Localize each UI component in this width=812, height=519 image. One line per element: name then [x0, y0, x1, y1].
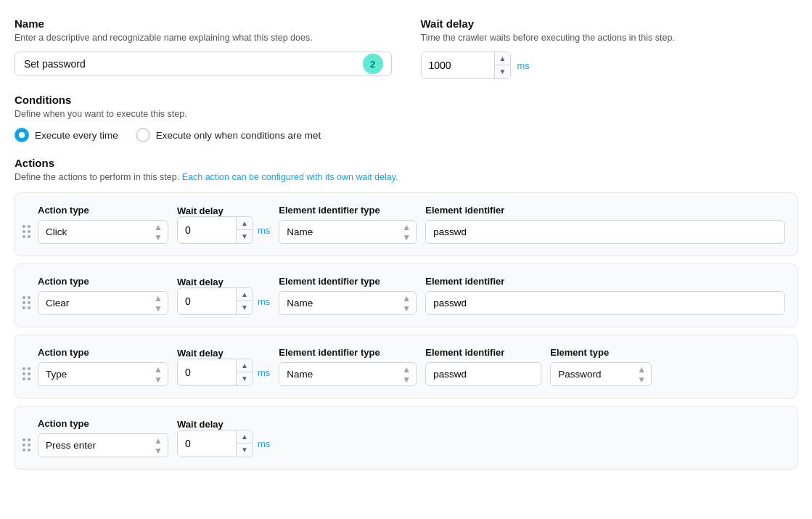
action-wait-label-2: Wait delay: [177, 348, 270, 359]
element-id-type-group-0: Element identifier type Name ID CSS XPat…: [279, 205, 417, 244]
conditions-title: Conditions: [15, 94, 797, 106]
action-type-select-1[interactable]: Click Clear Type Press enter: [38, 291, 168, 315]
action-type-group-3: Action type Click Clear Type Press enter…: [38, 418, 168, 457]
element-id-type-select-2[interactable]: Name ID: [279, 362, 417, 386]
execute-every-time-option[interactable]: Execute every time: [15, 128, 118, 142]
action-type-select-2[interactable]: Click Clear Type Press enter: [38, 362, 168, 386]
action-wait-unit-3: ms: [258, 438, 270, 449]
action-wait-down-1[interactable]: ▼: [237, 301, 253, 314]
action-wait-group-2: Wait delay ▲ ▼ ms: [177, 348, 270, 386]
action-wait-label-3: Wait delay: [177, 419, 270, 430]
drag-handle-1[interactable]: [22, 276, 30, 309]
element-id-label-2: Element identifier: [425, 347, 541, 358]
action-wait-up-1[interactable]: ▲: [237, 288, 253, 301]
name-title: Name: [15, 17, 392, 30]
action-wait-spinner-3: ▲ ▼: [177, 430, 253, 457]
action-card-3: Action type Click Clear Type Press enter…: [15, 406, 797, 470]
element-id-type-select-1[interactable]: Name ID: [279, 291, 417, 315]
action-wait-input-3[interactable]: [178, 432, 236, 455]
conditions-section: Conditions Define when you want to execu…: [15, 94, 797, 142]
wait-delay-row: ▲ ▼ ms: [421, 52, 798, 79]
element-id-type-label-1: Element identifier type: [279, 276, 417, 287]
element-id-group-2: Element identifier: [425, 347, 541, 386]
conditions-desc: Define when you want to execute this ste…: [15, 109, 797, 119]
wait-delay-spinner: ▲ ▼: [421, 52, 512, 79]
action-wait-down-3[interactable]: ▼: [237, 444, 253, 457]
wait-delay-title: Wait delay: [421, 17, 798, 30]
element-type-label-2: Element type: [550, 347, 652, 358]
element-id-label-0: Element identifier: [425, 205, 785, 216]
element-id-input-2[interactable]: [425, 362, 541, 386]
action-fields-0: Action type Click Clear Type Press enter…: [38, 205, 785, 244]
action-type-label-2: Action type: [38, 347, 168, 358]
action-wait-up-0[interactable]: ▲: [237, 217, 253, 230]
wait-delay-input[interactable]: [422, 54, 494, 77]
element-id-group-1: Element identifier: [425, 276, 785, 315]
action-wait-unit-2: ms: [258, 367, 270, 378]
action-card-2: Action type Click Clear Type Press enter…: [15, 335, 797, 399]
action-wait-spinner-2: ▲ ▼: [177, 359, 253, 386]
execute-conditions-radio[interactable]: [136, 128, 150, 142]
actions-title: Actions: [15, 157, 797, 169]
execute-conditions-label: Execute only when conditions are met: [156, 130, 321, 141]
wait-delay-spinner-buttons: ▲ ▼: [494, 52, 511, 78]
action-fields-3: Action type Click Clear Type Press enter…: [38, 418, 785, 457]
action-card-1: Action type Click Clear Type Press enter…: [15, 263, 797, 327]
element-type-select-2[interactable]: Password Text: [550, 362, 652, 386]
wait-delay-unit: ms: [517, 60, 529, 71]
wait-delay-up[interactable]: ▲: [495, 52, 511, 65]
actions-desc: Define the actions to perform in this st…: [15, 172, 797, 182]
wait-delay-desc: Time the crawler waits before executing …: [421, 33, 798, 43]
drag-handle-0[interactable]: [22, 205, 30, 238]
action-wait-unit-0: ms: [258, 225, 270, 236]
execute-conditions-option[interactable]: Execute only when conditions are met: [136, 128, 321, 142]
action-wait-spinner-0: ▲ ▼: [177, 216, 253, 244]
action-wait-down-2[interactable]: ▼: [237, 372, 253, 385]
action-type-group-0: Action type Click Clear Type Press enter…: [38, 205, 168, 244]
action-wait-up-3[interactable]: ▲: [237, 430, 253, 444]
step-badge: 2: [363, 54, 383, 74]
action-wait-unit-1: ms: [258, 296, 270, 307]
action-wait-input-2[interactable]: [178, 361, 236, 384]
action-wait-up-2[interactable]: ▲: [237, 359, 253, 372]
actions-desc-suffix: Each action can be configured with its o…: [182, 172, 398, 182]
element-id-input-1[interactable]: [425, 291, 785, 315]
action-type-group-2: Action type Click Clear Type Press enter…: [38, 347, 168, 386]
name-input-wrapper: 2: [15, 52, 392, 76]
action-wait-group-1: Wait delay ▲ ▼ ms: [177, 277, 270, 315]
element-id-type-label-2: Element identifier type: [279, 347, 417, 358]
action-type-select-wrapper-0: Click Clear Type Press enter ▲▼: [38, 220, 168, 244]
action-wait-group-0: Wait delay ▲ ▼ ms: [177, 205, 270, 244]
action-type-select-3[interactable]: Click Clear Type Press enter: [38, 433, 168, 457]
name-desc: Enter a descriptive and recognizable nam…: [15, 33, 392, 43]
action-type-select-0[interactable]: Click Clear Type Press enter: [38, 220, 168, 244]
execute-every-time-radio[interactable]: [15, 128, 29, 142]
action-wait-down-0[interactable]: ▼: [237, 230, 253, 243]
conditions-radio-group: Execute every time Execute only when con…: [15, 128, 797, 142]
action-fields-2: Action type Click Clear Type Press enter…: [38, 347, 785, 386]
actions-desc-plain: Define the actions to perform in this st…: [15, 172, 179, 182]
drag-handle-2[interactable]: [22, 347, 30, 380]
action-fields-1: Action type Click Clear Type Press enter…: [38, 276, 785, 315]
action-wait-input-1[interactable]: [178, 290, 236, 313]
name-input[interactable]: [15, 52, 392, 76]
actions-section: Actions Define the actions to perform in…: [15, 157, 797, 470]
action-wait-label-1: Wait delay: [177, 277, 270, 287]
action-type-label-3: Action type: [38, 418, 168, 429]
action-type-label-1: Action type: [38, 276, 168, 287]
element-id-type-group-2: Element identifier type Name ID ▲▼: [279, 347, 417, 386]
action-wait-spinner-1: ▲ ▼: [177, 287, 253, 315]
action-card-0: Action type Click Clear Type Press enter…: [15, 192, 797, 256]
element-id-label-1: Element identifier: [425, 276, 785, 287]
action-type-group-1: Action type Click Clear Type Press enter…: [38, 276, 168, 315]
action-wait-input-0[interactable]: [178, 218, 236, 242]
element-id-group-0: Element identifier: [425, 205, 785, 244]
element-id-input-0[interactable]: [425, 220, 785, 244]
wait-delay-down[interactable]: ▼: [495, 65, 511, 78]
drag-handle-3[interactable]: [22, 418, 30, 451]
element-id-type-select-0[interactable]: Name ID CSS XPath: [279, 220, 417, 244]
action-wait-group-3: Wait delay ▲ ▼ ms: [177, 419, 270, 457]
element-type-group-2: Element type Password Text ▲▼: [550, 347, 652, 386]
execute-every-time-label: Execute every time: [35, 130, 118, 141]
action-type-label-0: Action type: [38, 205, 168, 216]
